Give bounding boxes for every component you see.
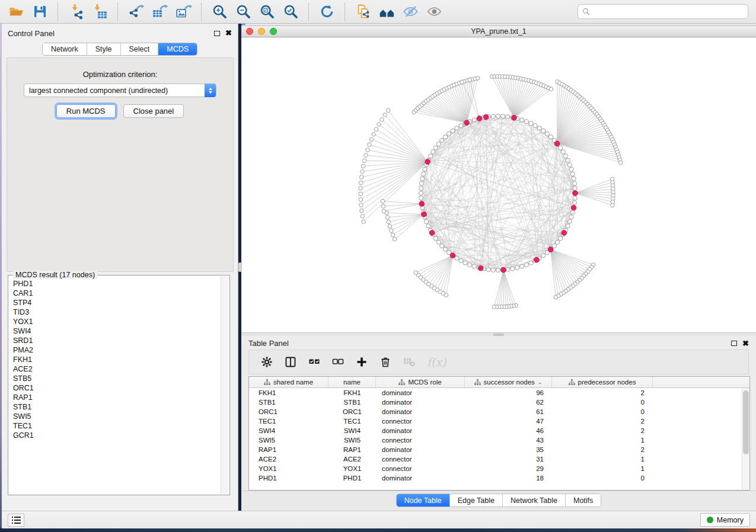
cell-MCDS-role[interactable]: dominator [376,426,465,435]
graph-node[interactable] [548,135,553,139]
graph-leaf-node[interactable] [372,132,376,136]
graph-hub-node[interactable] [483,114,489,120]
graph-hub-node[interactable] [422,212,427,217]
tab-edge-table[interactable]: Edge Table [450,494,503,507]
mcds-result-item[interactable]: PHD1 [13,279,221,289]
graph-node[interactable] [561,150,565,154]
graph-hub-node[interactable] [512,116,517,121]
search-input[interactable] [593,8,744,16]
graph-node[interactable] [496,268,500,272]
zoom-fit-button[interactable] [255,2,279,22]
add-row-button[interactable] [356,356,368,368]
graph-node[interactable] [501,114,505,118]
cell-successor-nodes[interactable]: 29 [465,464,552,473]
graph-node[interactable] [566,224,570,228]
graph-leaf-node[interactable] [362,220,366,224]
graph-leaf-node[interactable] [476,76,480,81]
graph-node[interactable] [455,126,459,130]
cell-predecessor-nodes[interactable]: 2 [552,445,653,454]
import-table-button[interactable] [88,2,111,22]
network-window-titlebar[interactable]: YPA_prune.txt_1 [241,25,756,37]
settings-button[interactable] [261,356,273,368]
mcds-result-item[interactable]: TEC1 [13,421,221,431]
table-row[interactable]: PHD1PHD1dominator180 [249,473,749,483]
run-mcds-button[interactable]: Run MCDS [56,104,116,118]
graph-leaf-node[interactable] [362,159,366,163]
graph-node[interactable] [440,243,444,248]
cell-successor-nodes[interactable]: 47 [465,416,552,426]
graph-leaf-node[interactable] [364,153,368,158]
graph-node[interactable] [491,268,495,272]
graph-hub-node[interactable] [479,265,484,271]
graph-node[interactable] [567,219,572,223]
cell-successor-nodes[interactable]: 18 [465,473,552,483]
cell-name[interactable]: RAP1 [328,445,376,454]
memory-button[interactable]: Memory [700,513,750,527]
cell-name[interactable]: TEC1 [328,416,376,426]
zoom-in-button[interactable] [208,2,231,22]
graph-leaf-node[interactable] [393,237,397,241]
graph-leaf-node[interactable] [390,229,394,233]
show-all-button[interactable] [422,2,446,22]
cell-name[interactable]: STB1 [328,398,376,407]
mcds-result-scrollbar[interactable] [221,276,229,494]
graph-node[interactable] [566,158,570,162]
cell-successor-nodes[interactable]: 61 [465,407,552,416]
save-session-button[interactable] [28,2,52,22]
table-row[interactable]: TEC1TEC1connector472 [249,416,749,426]
mcds-result-item[interactable]: YOX1 [13,317,221,326]
cell-predecessor-nodes[interactable]: 1 [552,454,653,464]
graph-node[interactable] [419,186,423,190]
graph-node[interactable] [556,240,560,244]
cell-successor-nodes[interactable]: 43 [465,435,552,445]
graph-node[interactable] [537,126,541,130]
graph-leaf-node[interactable] [460,80,464,84]
cell-predecessor-nodes[interactable]: 0 [552,398,653,407]
mcds-result-item[interactable]: STB5 [13,374,221,383]
mcds-result-list[interactable]: PHD1CAR1STP4TID3YOX1SWI4SRD1PMA2FKH1ACE2… [9,278,221,494]
graph-hub-node[interactable] [477,116,482,121]
graph-hub-node[interactable] [419,201,425,207]
cell-successor-nodes[interactable]: 35 [465,445,552,454]
graph-leaf-node[interactable] [366,148,370,152]
cell-MCDS-role[interactable]: dominator [376,388,465,398]
graph-leaf-node[interactable] [359,203,363,207]
graph-node[interactable] [423,167,427,171]
graph-node[interactable] [524,120,528,124]
graph-node[interactable] [451,129,455,133]
float-panel-icon[interactable] [214,31,220,36]
graph-node[interactable] [541,129,546,133]
graph-node[interactable] [563,154,567,158]
cell-successor-nodes[interactable]: 96 [465,388,552,398]
graph-node[interactable] [436,142,441,146]
table-row[interactable]: SWI4SWI4dominator462 [249,426,749,435]
cell-shared-name[interactable]: SWI4 [249,426,328,435]
graph-node[interactable] [572,177,576,181]
cell-name[interactable]: ORC1 [328,407,376,416]
delete-rows-button[interactable] [379,356,391,368]
graph-node[interactable] [419,191,423,195]
graph-node[interactable] [433,146,438,150]
graph-leaf-node[interactable] [359,187,363,191]
cell-shared-name[interactable]: RAP1 [249,445,328,454]
cell-predecessor-nodes[interactable]: 1 [552,464,653,473]
mcds-result-item[interactable]: STB1 [13,402,221,412]
graph-node[interactable] [533,124,537,128]
graph-node[interactable] [570,210,575,214]
cell-MCDS-role[interactable]: dominator [376,398,465,407]
graph-node[interactable] [468,262,472,267]
graph-node[interactable] [573,196,577,200]
graph-node[interactable] [541,254,546,258]
graph-leaf-node[interactable] [382,209,386,213]
graph-leaf-node[interactable] [381,204,385,209]
graph-node[interactable] [529,121,533,126]
graph-leaf-node[interactable] [386,108,390,113]
graph-leaf-node[interactable] [361,164,365,168]
cell-shared-name[interactable]: YOX1 [249,464,328,473]
cell-name[interactable]: YOX1 [328,464,376,473]
tab-mcds[interactable]: MCDS [158,43,197,55]
vertical-splitter-handle[interactable] [238,262,242,272]
graph-leaf-node[interactable] [492,305,496,309]
graph-node[interactable] [419,181,423,185]
cell-MCDS-role[interactable]: connector [376,464,465,473]
